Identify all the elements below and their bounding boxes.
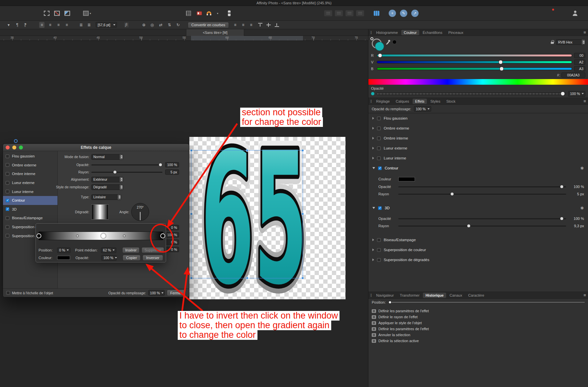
color-opacity-dropdown[interactable]: 100 % — [568, 91, 585, 97]
gear-icon[interactable]: ✱ — [580, 206, 584, 211]
stop-opacity-dropdown[interactable]: 100 % — [101, 255, 117, 261]
tab-transformer[interactable]: Transformer — [397, 293, 422, 298]
align-button-2[interactable] — [335, 10, 343, 17]
dialog-effect-row[interactable]: Flou gaussien — [3, 152, 57, 161]
dialog-effect-row[interactable]: Biseau/Estampage — [3, 214, 57, 223]
tab-histogramme[interactable]: Histogramme — [373, 30, 400, 35]
checkbox[interactable] — [377, 238, 381, 242]
opacity-slider[interactable] — [91, 164, 162, 165]
angle-dial[interactable]: 270° — [131, 203, 149, 221]
columns-button[interactable] — [374, 11, 379, 16]
close-window-icon[interactable] — [6, 145, 10, 149]
panel-menu-icon[interactable]: ≡ — [583, 99, 586, 104]
effect-row-superposition-couleur[interactable]: Superposition de couleur — [368, 245, 588, 255]
tab-stock[interactable]: Stock — [443, 99, 458, 104]
red-value[interactable]: 00 — [574, 53, 585, 58]
ligatures-button[interactable]: fi — [124, 22, 129, 28]
grid-toggle-button[interactable] — [186, 11, 191, 16]
effect-row-ombre-interne[interactable]: Ombre interne — [368, 133, 588, 143]
assistant-button[interactable] — [197, 11, 202, 15]
snapping-button[interactable] — [207, 11, 211, 15]
selection-handle[interactable] — [301, 277, 304, 279]
rotation-handle[interactable] — [14, 139, 18, 143]
panel-fill-opacity-dropdown[interactable]: 100 % — [414, 106, 431, 112]
mask-tool-icon[interactable] — [64, 11, 70, 16]
align-justify-icon[interactable]: ≡ — [64, 22, 69, 28]
minimize-window-icon[interactable] — [12, 145, 16, 149]
checkbox[interactable] — [6, 154, 9, 158]
snapping-options-chevron[interactable]: ▾ — [216, 12, 218, 15]
drag-grip-icon[interactable]: || — [370, 99, 371, 103]
fill-opacity-dropdown[interactable]: 100 % — [148, 290, 165, 296]
slider-knob[interactable] — [560, 185, 564, 189]
tool-preset-icon[interactable] — [228, 10, 231, 16]
checkbox[interactable] — [377, 156, 381, 160]
invert-button[interactable]: Inverser — [143, 255, 163, 261]
anchor-icon[interactable]: ⊕ — [141, 22, 147, 28]
dialog-effect-row[interactable]: Ombre externe — [3, 161, 57, 170]
selection-handle[interactable] — [301, 213, 304, 215]
effect-row-biseau[interactable]: Biseau/Estampage — [368, 235, 588, 245]
add-person-button[interactable]: + — [389, 10, 396, 17]
rotate-icon[interactable]: ↻ — [175, 22, 181, 28]
green-slider[interactable] — [377, 61, 572, 63]
checkbox[interactable] — [377, 248, 381, 252]
checkbox-checked[interactable] — [378, 206, 382, 210]
gradient-midpoint[interactable] — [123, 235, 126, 237]
flip-horizontal-icon[interactable]: ⇄ — [158, 22, 163, 28]
dialog-effect-row-3d[interactable]: 3D — [3, 205, 57, 214]
blue-value[interactable]: A3 — [574, 66, 585, 71]
disclosure-open-icon[interactable] — [372, 167, 375, 169]
paragraph-rtl-icon[interactable]: ¶ — [23, 22, 28, 28]
panel-menu-icon[interactable]: ≡ — [583, 293, 586, 298]
stepper-icon[interactable] — [117, 195, 121, 200]
history-item[interactable]: Définir la sélection active — [368, 338, 588, 344]
checkbox[interactable] — [6, 234, 9, 238]
align-bottom-icon[interactable] — [274, 22, 279, 28]
disclosure-icon[interactable] — [372, 248, 374, 251]
align-left-icon[interactable]: ≡ — [39, 22, 45, 28]
tab-caractere[interactable]: Caractère — [465, 293, 487, 298]
checkbox[interactable] — [6, 225, 9, 229]
slider-knob[interactable] — [158, 163, 162, 167]
position-dropdown[interactable]: 0 % — [57, 247, 70, 253]
checkbox[interactable] — [377, 146, 381, 150]
numbered-list-icon[interactable]: ≣ — [86, 22, 92, 28]
history-item[interactable]: Définir les paramètres de l'effet — [368, 326, 588, 332]
checkbox[interactable] — [6, 190, 9, 193]
align-button-1[interactable] — [324, 10, 333, 17]
tab-styles[interactable]: Styles — [428, 99, 443, 104]
red-slider[interactable] — [377, 54, 572, 57]
disclosure-icon[interactable] — [372, 127, 374, 130]
align-center-icon[interactable]: ≡ — [48, 22, 53, 28]
stepper-icon[interactable] — [119, 177, 123, 182]
gradient-stop-start[interactable] — [37, 234, 42, 239]
alignment-dropdown[interactable]: Extérieur — [91, 177, 123, 182]
hex-value[interactable]: 00A2A3 — [561, 72, 585, 78]
flip-vertical-icon[interactable]: ⇅ — [167, 22, 172, 28]
contour-opacity-slider[interactable] — [398, 186, 566, 187]
align-right-icon[interactable]: ≡ — [56, 22, 61, 28]
selection-handle[interactable] — [301, 149, 304, 152]
checkbox[interactable] — [377, 117, 381, 120]
picked-color-swatch[interactable] — [392, 40, 397, 44]
checkbox-checked[interactable] — [6, 199, 9, 202]
color-mode-dropdown[interactable]: RVB Hex — [556, 39, 585, 45]
media-browser-button[interactable]: ▾ — [83, 11, 91, 16]
zoom-window-icon[interactable] — [19, 145, 23, 149]
selection-handle[interactable] — [190, 213, 193, 215]
slider-knob[interactable] — [388, 301, 391, 304]
checkbox[interactable] — [377, 127, 381, 130]
align-objects-center-icon[interactable]: ≡ — [241, 22, 246, 28]
disclosure-icon[interactable] — [372, 147, 374, 149]
color-opacity-slider[interactable] — [376, 93, 566, 95]
dialog-effect-row-contour[interactable]: Contour — [3, 196, 57, 205]
history-position-slider[interactable] — [388, 302, 585, 303]
occluded-value[interactable]: 100 % — [165, 232, 179, 238]
paragraph-icon[interactable]: ¶ — [15, 22, 20, 28]
contour-radius-slider[interactable] — [398, 194, 566, 195]
stepper-icon[interactable] — [581, 40, 585, 45]
checkbox[interactable] — [377, 137, 381, 140]
effect-row-lueur-externe[interactable]: Lueur externe — [368, 143, 588, 153]
slider-knob[interactable] — [450, 192, 454, 196]
